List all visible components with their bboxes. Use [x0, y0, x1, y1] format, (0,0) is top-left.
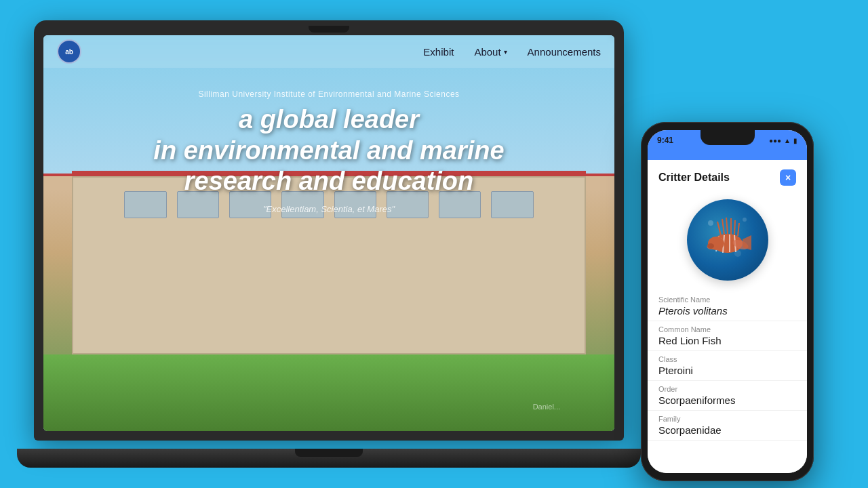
- close-button[interactable]: ×: [780, 169, 796, 186]
- nav-logo[interactable]: ab: [57, 39, 81, 64]
- nav-about-label: About: [474, 46, 500, 58]
- svg-line-9: [722, 219, 724, 235]
- about-dropdown-arrow: ▾: [504, 48, 507, 56]
- svg-point-0: [708, 220, 713, 226]
- logo-text: ab: [65, 48, 73, 56]
- hero-title-line3: research and education: [71, 166, 587, 197]
- svg-line-12: [734, 220, 735, 235]
- laptop-outer: ab Exhibit About ▾ Announcements Sillima…: [34, 20, 624, 441]
- signal-icon: ●●●: [769, 137, 781, 144]
- critter-details-title: Critter Details: [658, 171, 730, 184]
- family-section: Family Scorpaenidae: [648, 411, 807, 441]
- watermark: Daniel...: [533, 403, 560, 411]
- hero-text-area: Silliman University Institute of Environ…: [43, 89, 614, 214]
- hero-title-line2: in environmental and marine: [71, 136, 587, 167]
- fish-image: [687, 199, 768, 281]
- phone: 9:41 ●●● ▲ ▮ Critter Details ×: [641, 122, 814, 481]
- class-section: Class Pteroini: [648, 351, 807, 381]
- scientific-name-label: Scientific Name: [658, 296, 796, 304]
- svg-line-13: [738, 223, 739, 236]
- svg-line-10: [726, 218, 728, 234]
- laptop-camera-notch: [309, 26, 349, 33]
- nav-links: Exhibit About ▾ Announcements: [423, 46, 601, 58]
- laptop-base-notch: [295, 449, 363, 457]
- class-label: Class: [658, 355, 796, 363]
- common-name-label: Common Name: [658, 325, 796, 333]
- hero-subtitle: Silliman University Institute of Environ…: [71, 89, 587, 99]
- hero-title: a global leader in environmental and mar…: [71, 104, 587, 197]
- battery-icon: ▮: [793, 137, 797, 144]
- common-name-section: Common Name Red Lion Fish: [648, 321, 807, 351]
- hero-quote: "Excellentiam, Scientia, et Mares": [71, 204, 587, 214]
- lawn-area: [43, 354, 614, 431]
- phone-outer: 9:41 ●●● ▲ ▮ Critter Details ×: [641, 122, 814, 481]
- lionfish-svg: [697, 209, 758, 270]
- nav-exhibit[interactable]: Exhibit: [423, 46, 454, 58]
- fish-image-container: [648, 192, 807, 291]
- svg-line-8: [717, 222, 721, 235]
- svg-point-21: [707, 243, 714, 249]
- phone-notch: [701, 130, 755, 145]
- order-label: Order: [658, 385, 796, 393]
- scientific-name-value: Pterois volitans: [658, 305, 796, 317]
- nav-about[interactable]: About ▾: [474, 46, 507, 58]
- laptop-screen: ab Exhibit About ▾ Announcements Sillima…: [43, 35, 614, 431]
- order-value: Scorpaeniformes: [658, 394, 796, 406]
- status-time: 9:41: [657, 136, 673, 145]
- scientific-name-section: Scientific Name Pterois volitans: [648, 291, 807, 321]
- nav-announcements[interactable]: Announcements: [528, 46, 601, 58]
- order-section: Order Scorpaeniformes: [648, 381, 807, 411]
- critter-header: Critter Details ×: [648, 160, 807, 192]
- svg-point-1: [743, 218, 747, 222]
- wifi-icon: ▲: [784, 137, 791, 144]
- family-label: Family: [658, 415, 796, 423]
- phone-content: Critter Details ×: [648, 160, 807, 473]
- status-icons: ●●● ▲ ▮: [769, 137, 797, 144]
- hero-title-line1: a global leader: [71, 104, 587, 136]
- family-value: Scorpaenidae: [658, 424, 796, 436]
- class-value: Pteroini: [658, 365, 796, 376]
- laptop: ab Exhibit About ▾ Announcements Sillima…: [34, 20, 624, 468]
- laptop-base: [17, 449, 641, 468]
- common-name-value: Red Lion Fish: [658, 335, 796, 346]
- phone-screen: Critter Details ×: [648, 130, 807, 473]
- laptop-navbar: ab Exhibit About ▾ Announcements: [43, 35, 614, 68]
